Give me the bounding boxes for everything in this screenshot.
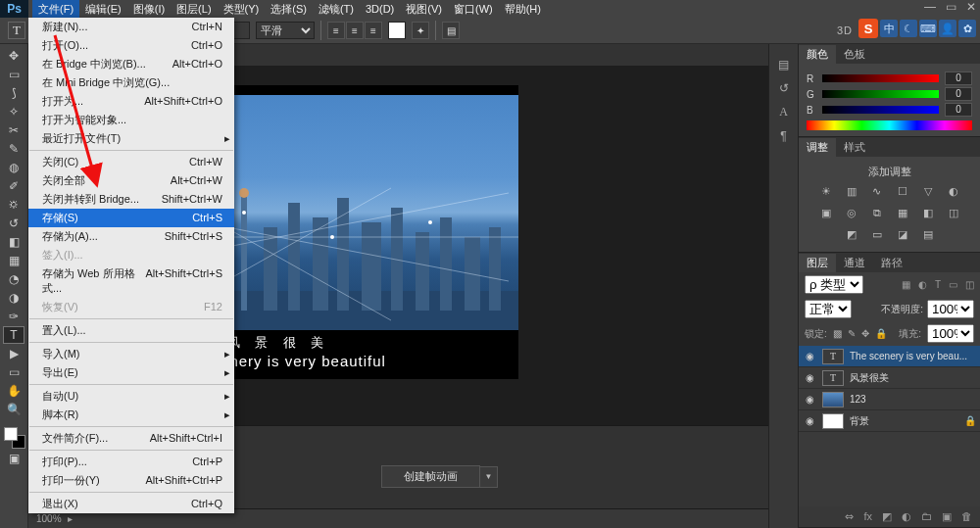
marquee-tool-icon[interactable]: ▭ — [3, 66, 24, 83]
hand-tool-icon[interactable]: ✋ — [3, 382, 24, 400]
color-tab[interactable]: 颜色 — [799, 45, 836, 64]
file-menu-item[interactable]: 文件简介(F)...Alt+Shift+Ctrl+I — [28, 429, 234, 448]
layer-name[interactable]: The scenery is very beau... — [850, 351, 976, 361]
styles-tab[interactable]: 样式 — [836, 138, 873, 157]
opacity-select[interactable]: 100% — [927, 300, 974, 318]
zoom-tool-icon[interactable]: 🔍 — [3, 401, 24, 418]
file-menu-item[interactable]: 导入(M)▸ — [28, 345, 234, 363]
tool-preset-type-icon[interactable]: T — [8, 22, 25, 39]
layer-row[interactable]: ◉ 123 — [799, 389, 980, 410]
file-menu-item[interactable]: 在 Mini Bridge 中浏览(G)... — [28, 73, 234, 92]
window-close-icon[interactable]: ✕ — [966, 0, 976, 14]
file-menu-item[interactable]: 存储为 Web 所用格式...Alt+Shift+Ctrl+S — [28, 264, 234, 298]
fill-select[interactable]: 100% — [927, 324, 974, 343]
channels-tab[interactable]: 通道 — [836, 254, 873, 272]
adj-channel-mixer-icon[interactable]: ⧉ — [869, 207, 885, 220]
layer-row[interactable]: ◉ T 风景很美 — [799, 367, 980, 389]
layer-mask-icon[interactable]: ◩ — [882, 510, 892, 523]
menu-3d[interactable]: 3D(D) — [360, 0, 400, 18]
new-adj-layer-icon[interactable]: ◐ — [902, 510, 911, 523]
color-wells[interactable] — [2, 425, 25, 449]
heal-tool-icon[interactable]: ◍ — [3, 159, 24, 176]
adj-color-lookup-icon[interactable]: ▦ — [895, 207, 910, 220]
filter-adj-icon[interactable]: ◐ — [918, 279, 927, 290]
adj-curves-icon[interactable]: ∿ — [869, 185, 885, 199]
file-menu-item[interactable]: 脚本(R)▸ — [28, 406, 234, 424]
file-menu-item[interactable]: 打开为...Alt+Shift+Ctrl+O — [28, 92, 234, 111]
file-menu-item[interactable]: 在 Bridge 中浏览(B)...Alt+Ctrl+O — [28, 55, 234, 73]
paragraph-icon[interactable]: ¶ — [780, 129, 786, 143]
new-layer-icon[interactable]: ▣ — [942, 510, 952, 523]
adj-brightness-icon[interactable]: ☀ — [818, 185, 834, 199]
fg-color-icon[interactable] — [4, 427, 18, 441]
file-menu-item[interactable]: 打开(O)...Ctrl+O — [28, 36, 234, 55]
filter-shape-icon[interactable]: ▭ — [949, 279, 957, 290]
gradient-tool-icon[interactable]: ▦ — [3, 252, 24, 269]
r-value[interactable]: 0 — [945, 72, 972, 85]
text-color-swatch[interactable] — [388, 22, 406, 39]
visibility-icon[interactable]: ◉ — [803, 372, 816, 383]
quickmask-icon[interactable]: ▣ — [3, 450, 24, 467]
visibility-icon[interactable]: ◉ — [803, 415, 816, 426]
layer-name[interactable]: 风景很美 — [850, 371, 976, 385]
adj-vibrance-icon[interactable]: ▽ — [920, 185, 936, 199]
adj-hue-icon[interactable]: ◐ — [946, 185, 961, 199]
shape-tool-icon[interactable]: ▭ — [3, 363, 24, 381]
blur-tool-icon[interactable]: ◔ — [3, 270, 24, 288]
file-menu-item[interactable]: 存储(S)Ctrl+S — [28, 209, 234, 227]
layers-tab[interactable]: 图层 — [799, 254, 836, 272]
g-slider[interactable] — [822, 90, 939, 98]
window-minimize-icon[interactable]: — — [924, 0, 936, 14]
ime-moon-icon[interactable]: ☾ — [900, 20, 917, 37]
filter-pixel-icon[interactable]: ▦ — [902, 279, 910, 290]
create-frame-animation-button[interactable]: 创建帧动画 ▼ — [381, 465, 498, 488]
file-menu-item[interactable]: 自动(U)▸ — [28, 387, 234, 406]
eraser-tool-icon[interactable]: ◧ — [3, 233, 24, 251]
ime-keyboard-icon[interactable]: ⌨ — [919, 20, 937, 37]
file-menu-item[interactable]: 打印一份(Y)Alt+Shift+Ctrl+P — [28, 471, 234, 490]
file-menu-item[interactable]: 最近打开文件(T)▸ — [28, 129, 234, 148]
move-tool-icon[interactable]: ✥ — [3, 47, 24, 65]
file-menu-item[interactable]: 打开为智能对象... — [28, 111, 234, 129]
file-menu-item[interactable]: 新建(N)...Ctrl+N — [28, 18, 234, 36]
adj-levels-icon[interactable]: ▥ — [844, 185, 859, 199]
status-doc-info[interactable]: ▸ — [68, 513, 73, 524]
hue-ramp[interactable] — [807, 120, 972, 130]
create-frame-animation-dropdown-icon[interactable]: ▼ — [480, 466, 498, 488]
adj-gradient-map-icon[interactable]: ▭ — [869, 228, 885, 242]
character-panel-icon[interactable]: ▤ — [442, 22, 460, 39]
filter-type-icon[interactable]: T — [935, 279, 941, 290]
histogram-icon[interactable]: ▤ — [778, 58, 789, 72]
adj-threshold-icon[interactable]: ◩ — [844, 228, 859, 242]
sogou-icon[interactable]: S — [858, 19, 878, 38]
swatches-tab[interactable]: 色板 — [836, 45, 873, 64]
menu-help[interactable]: 帮助(H) — [499, 0, 547, 18]
file-menu-item[interactable]: 关闭(C)Ctrl+W — [28, 153, 234, 171]
paths-tab[interactable]: 路径 — [873, 254, 910, 272]
ime-settings-icon[interactable]: ✿ — [958, 20, 976, 37]
align-center-icon[interactable]: ≡ — [346, 22, 364, 39]
antialias-select[interactable]: 平滑 — [256, 22, 315, 39]
menu-file[interactable]: 文件(F) — [32, 0, 79, 18]
file-menu-item[interactable]: 退出(X)Ctrl+Q — [28, 495, 234, 513]
window-maximize-icon[interactable]: ▭ — [946, 0, 956, 14]
new-group-icon[interactable]: 🗀 — [921, 510, 932, 523]
adj-photo-filter-icon[interactable]: ◎ — [844, 207, 859, 220]
eyedropper-tool-icon[interactable]: ✎ — [3, 140, 24, 158]
adj-selective-icon[interactable]: ◪ — [895, 228, 910, 242]
adj-bw-icon[interactable]: ▣ — [818, 207, 834, 220]
lasso-tool-icon[interactable]: ⟆ — [3, 84, 24, 102]
history-icon[interactable]: ↺ — [779, 81, 789, 95]
file-menu-item[interactable]: 导出(E)▸ — [28, 363, 234, 382]
adj-more-icon[interactable]: ▤ — [920, 228, 936, 242]
menu-select[interactable]: 选择(S) — [265, 0, 313, 18]
file-menu-item[interactable]: 打印(P)...Ctrl+P — [28, 453, 234, 471]
layer-fx-icon[interactable]: fx — [863, 510, 872, 523]
blend-mode-select[interactable]: 正常 — [805, 300, 852, 318]
filter-smart-icon[interactable]: ◫ — [965, 279, 974, 290]
b-value[interactable]: 0 — [945, 103, 972, 117]
delete-layer-icon[interactable]: 🗑 — [961, 510, 972, 523]
menu-layer[interactable]: 图层(L) — [171, 0, 217, 18]
history-brush-icon[interactable]: ↺ — [3, 215, 24, 232]
layer-name[interactable]: 123 — [850, 394, 976, 405]
